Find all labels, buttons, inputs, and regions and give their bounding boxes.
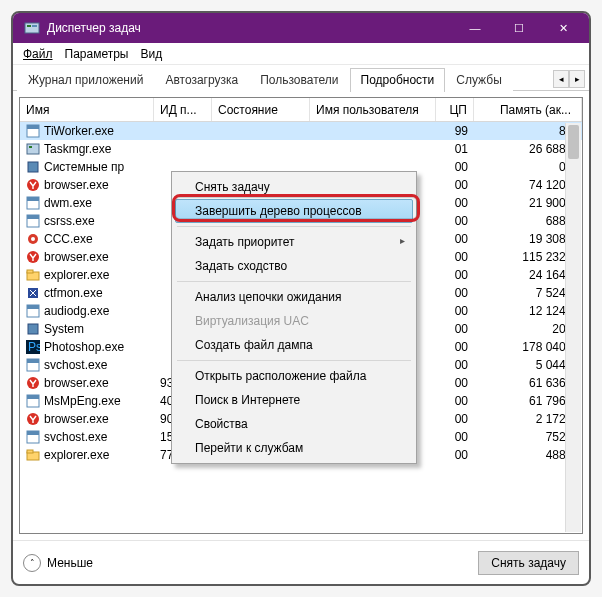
- minimize-button[interactable]: —: [453, 13, 497, 43]
- tab-services[interactable]: Службы: [445, 68, 512, 92]
- end-task-button[interactable]: Снять задачу: [478, 551, 579, 575]
- process-icon: [26, 196, 40, 210]
- cell-cpu: 00: [436, 321, 474, 337]
- cell-cpu: 00: [436, 177, 474, 193]
- col-name[interactable]: Имя: [20, 98, 154, 121]
- cell-pid: [154, 130, 212, 132]
- ctx-analyze-wait-chain[interactable]: Анализ цепочки ожидания: [175, 285, 413, 309]
- ctx-end-process-tree[interactable]: Завершить дерево процессов: [175, 199, 413, 223]
- cell-pid: [154, 166, 212, 168]
- cell-name: Системные пр: [44, 160, 124, 174]
- tab-app-history[interactable]: Журнал приложений: [17, 68, 154, 92]
- process-icon: [26, 232, 40, 246]
- svg-rect-10: [27, 197, 39, 201]
- fewer-details-label: Меньше: [47, 556, 93, 570]
- app-icon: [23, 19, 41, 37]
- cell-cpu: 00: [436, 285, 474, 301]
- svg-rect-21: [28, 324, 38, 334]
- ctx-go-to-services[interactable]: Перейти к службам: [175, 436, 413, 460]
- process-icon: Ps: [26, 340, 40, 354]
- cell-cpu: 00: [436, 447, 474, 463]
- scrollbar-thumb[interactable]: [568, 125, 579, 159]
- svg-rect-2: [32, 25, 37, 27]
- svg-rect-7: [28, 162, 38, 172]
- cell-name: browser.exe: [44, 250, 109, 264]
- cell-name: browser.exe: [44, 376, 109, 390]
- process-icon: [26, 124, 40, 138]
- cell-name: MsMpEng.exe: [44, 394, 121, 408]
- col-user[interactable]: Имя пользователя: [310, 98, 436, 121]
- svg-point-14: [31, 237, 35, 241]
- ctx-end-task[interactable]: Снять задачу: [175, 175, 413, 199]
- cell-cpu: 00: [436, 357, 474, 373]
- cell-state: [212, 148, 310, 150]
- cell-name: svchost.exe: [44, 358, 107, 372]
- svg-rect-4: [27, 125, 39, 129]
- process-icon: [26, 430, 40, 444]
- cell-pid: [154, 148, 212, 150]
- svg-rect-6: [29, 146, 32, 148]
- svg-rect-31: [27, 431, 39, 435]
- tab-startup[interactable]: Автозагрузка: [154, 68, 249, 92]
- cell-state: [212, 166, 310, 168]
- col-cpu[interactable]: ЦП: [436, 98, 474, 121]
- menu-file[interactable]: Файл: [19, 45, 57, 63]
- process-icon: [26, 178, 40, 192]
- cell-name: browser.exe: [44, 412, 109, 426]
- cell-name: Photoshop.exe: [44, 340, 124, 354]
- process-icon: [26, 142, 40, 156]
- svg-rect-0: [25, 23, 39, 33]
- close-button[interactable]: ✕: [541, 13, 585, 43]
- cell-cpu: 00: [436, 267, 474, 283]
- menu-view[interactable]: Вид: [136, 45, 166, 63]
- table-row[interactable]: Taskmgr.exe0126 688 К: [20, 140, 582, 158]
- cell-cpu: 00: [436, 213, 474, 229]
- window-title: Диспетчер задач: [47, 21, 453, 35]
- ctx-search-online[interactable]: Поиск в Интернете: [175, 388, 413, 412]
- chevron-up-icon: ˄: [23, 554, 41, 572]
- process-icon: [26, 322, 40, 336]
- tab-scroll-left[interactable]: ◂: [553, 70, 569, 88]
- maximize-button[interactable]: ☐: [497, 13, 541, 43]
- cell-name: audiodg.exe: [44, 304, 109, 318]
- cell-name: browser.exe: [44, 178, 109, 192]
- svg-rect-1: [27, 25, 31, 27]
- process-icon: [26, 214, 40, 228]
- process-icon: [26, 250, 40, 264]
- menubar: Файл Параметры Вид: [13, 43, 589, 65]
- cell-name: System: [44, 322, 84, 336]
- col-state[interactable]: Состояние: [212, 98, 310, 121]
- svg-rect-20: [27, 305, 39, 309]
- cell-cpu: 00: [436, 429, 474, 445]
- tab-users[interactable]: Пользователи: [249, 68, 349, 92]
- tab-details[interactable]: Подробности: [350, 68, 446, 92]
- tab-scroll-right[interactable]: ▸: [569, 70, 585, 88]
- ctx-open-file-location[interactable]: Открыть расположение файла: [175, 364, 413, 388]
- cell-cpu: 00: [436, 159, 474, 175]
- cell-cpu: 01: [436, 141, 474, 157]
- ctx-set-priority[interactable]: Задать приоритет: [175, 230, 413, 254]
- process-icon: [26, 268, 40, 282]
- grid-header: Имя ИД п... Состояние Имя пользователя Ц…: [20, 98, 582, 122]
- menu-options[interactable]: Параметры: [61, 45, 133, 63]
- cell-cpu: 00: [436, 249, 474, 265]
- separator: [177, 281, 411, 282]
- svg-text:Ps: Ps: [28, 340, 40, 354]
- svg-rect-28: [27, 395, 39, 399]
- svg-rect-5: [27, 144, 39, 154]
- cell-cpu: 99: [436, 123, 474, 139]
- cell-name: Taskmgr.exe: [44, 142, 111, 156]
- titlebar[interactable]: Диспетчер задач — ☐ ✕: [13, 13, 589, 43]
- col-pid[interactable]: ИД п...: [154, 98, 212, 121]
- process-icon: [26, 394, 40, 408]
- ctx-create-dump[interactable]: Создать файл дампа: [175, 333, 413, 357]
- ctx-set-affinity[interactable]: Задать сходство: [175, 254, 413, 278]
- ctx-properties[interactable]: Свойства: [175, 412, 413, 436]
- table-row[interactable]: TiWorker.exe998 К: [20, 122, 582, 140]
- svg-rect-25: [27, 359, 39, 363]
- col-mem[interactable]: Память (ак...: [474, 98, 582, 121]
- cell-user: [310, 130, 436, 132]
- vertical-scrollbar[interactable]: [565, 123, 581, 532]
- cell-name: ctfmon.exe: [44, 286, 103, 300]
- fewer-details[interactable]: ˄ Меньше: [23, 554, 93, 572]
